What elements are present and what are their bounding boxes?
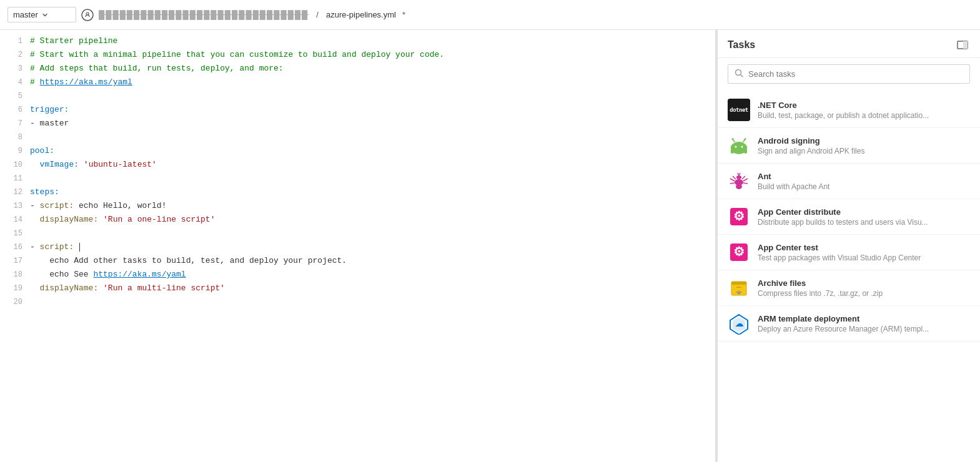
branch-selector[interactable]: master	[7, 7, 76, 22]
task-item[interactable]: Archive files Compress files into .7z, .…	[718, 270, 980, 306]
task-info: ARM template deployment Deploy an Azure …	[758, 314, 970, 333]
code-line: 2# Start with a minimal pipeline that yo…	[0, 49, 715, 62]
code-line: 12steps:	[0, 186, 715, 200]
task-info: Android signing Sign and align Android A…	[758, 136, 970, 155]
code-line: 7- master	[0, 117, 715, 131]
token-keyword: vmImage:	[40, 160, 79, 169]
svg-line-5	[741, 75, 743, 77]
svg-line-21	[743, 179, 748, 181]
chevron-down-icon	[42, 12, 48, 18]
svg-rect-33	[736, 287, 741, 288]
line-number: 3	[0, 62, 30, 75]
top-bar: master ██████████████████████████████ / …	[0, 0, 980, 30]
code-line: 14 displayName: 'Run a one-line script'	[0, 214, 715, 227]
svg-text:⚙: ⚙	[733, 245, 745, 258]
token-plain	[74, 242, 79, 252]
line-number: 18	[0, 268, 30, 281]
task-item[interactable]: ☁ ARM template deployment Deploy an Azur…	[718, 306, 980, 342]
task-description: Distribute app builds to testers and use…	[758, 218, 970, 227]
task-icon-arm-template: ☁	[728, 312, 750, 335]
task-name: Archive files	[758, 278, 970, 288]
line-content: # Starter pipeline	[30, 35, 715, 48]
search-box	[728, 64, 970, 84]
svg-rect-3	[963, 41, 968, 49]
svg-point-12	[732, 138, 734, 140]
task-item[interactable]: Ant Build with Apache Ant	[718, 164, 980, 199]
line-content: trigger:	[30, 104, 715, 117]
line-content: # Start with a minimal pipeline that you…	[30, 49, 715, 62]
code-line: 17 echo Add other tasks to build, test, …	[0, 255, 715, 268]
task-icon-appcenter-test: ⚙	[728, 241, 750, 263]
task-name: Ant	[758, 172, 970, 181]
token-string: 'ubuntu-latest'	[84, 160, 157, 169]
task-name: App Center distribute	[758, 207, 970, 217]
task-info: App Center test Test app packages with V…	[758, 243, 970, 262]
tasks-collapse-button[interactable]	[955, 37, 970, 52]
line-number: 7	[0, 117, 30, 130]
token-script: displayName:	[40, 283, 99, 293]
repo-breadcrumb: ██████████████████████████████	[99, 10, 309, 19]
modified-indicator: *	[402, 10, 405, 19]
tasks-list: dotnet .NET Core Build, test, package, o…	[718, 90, 980, 462]
token-keyword: pool:	[30, 146, 54, 155]
search-icon	[735, 69, 743, 79]
line-number: 12	[0, 186, 30, 199]
svg-line-23	[733, 176, 736, 179]
svg-text:☁: ☁	[735, 319, 743, 328]
task-info: Ant Build with Apache Ant	[758, 172, 970, 191]
code-line: 11	[0, 172, 715, 186]
token-script: displayName:	[40, 215, 99, 224]
code-line: 16- script:	[0, 241, 715, 255]
task-item[interactable]: ⚙ App Center distribute Distribute app b…	[718, 199, 980, 235]
task-item[interactable]: ⚙ App Center test Test app packages with…	[718, 235, 980, 270]
line-number: 8	[0, 131, 30, 144]
line-content: echo Add other tasks to build, test, and…	[30, 255, 715, 268]
task-description: Build with Apache Ant	[758, 182, 970, 191]
token-plain	[30, 283, 40, 293]
text-cursor	[79, 243, 80, 252]
svg-rect-14	[731, 150, 733, 154]
svg-text:⚙: ⚙	[733, 209, 745, 223]
main-content: 1# Starter pipeline2# Start with a minim…	[0, 30, 980, 462]
token-plain	[79, 160, 84, 169]
search-input[interactable]	[748, 69, 963, 79]
token-plain: -	[30, 242, 40, 252]
task-item[interactable]: dotnet .NET Core Build, test, package, o…	[718, 92, 980, 128]
task-name: .NET Core	[758, 101, 970, 110]
task-name: ARM template deployment	[758, 314, 970, 323]
task-name: Android signing	[758, 136, 970, 145]
line-number: 6	[0, 104, 30, 116]
line-number: 9	[0, 145, 30, 157]
token-url: https://aka.ms/yaml	[93, 270, 186, 279]
code-line: 9pool:	[0, 145, 715, 159]
code-line: 13- script: echo Hello, world!	[0, 200, 715, 214]
line-content: pool:	[30, 145, 715, 158]
line-content: # https://aka.ms/yaml	[30, 76, 715, 89]
token-keyword: trigger:	[30, 105, 69, 114]
task-icon-android-signing	[728, 134, 750, 157]
token-script: script:	[40, 242, 74, 252]
token-plain: echo Add other tasks to build, test, and…	[30, 256, 347, 265]
svg-point-9	[741, 146, 743, 148]
task-description: Compress files into .7z, .tar.gz, or .zi…	[758, 289, 970, 298]
task-icon-archive-files	[728, 277, 750, 299]
task-item[interactable]: Android signing Sign and align Android A…	[718, 128, 980, 164]
task-description: Build, test, package, or publish a dotne…	[758, 111, 970, 120]
task-info: App Center distribute Distribute app bui…	[758, 207, 970, 227]
line-number: 11	[0, 172, 30, 185]
editor-area[interactable]: 1# Starter pipeline2# Start with a minim…	[0, 30, 716, 462]
line-number: 14	[0, 214, 30, 226]
task-name: App Center test	[758, 243, 970, 252]
line-number: 2	[0, 49, 30, 61]
line-number: 20	[0, 296, 30, 308]
filename-label: azure-pipelines.yml	[326, 10, 396, 19]
token-plain	[98, 215, 103, 224]
token-plain	[30, 160, 40, 169]
task-icon-dotnet-core: dotnet	[728, 99, 750, 121]
line-content: echo See https://aka.ms/yaml	[30, 268, 715, 282]
token-keyword: steps:	[30, 187, 59, 197]
line-content: vmImage: 'ubuntu-latest'	[30, 159, 715, 172]
line-content: steps:	[30, 186, 715, 199]
svg-line-22	[743, 183, 748, 184]
code-editor[interactable]: 1# Starter pipeline2# Start with a minim…	[0, 30, 715, 462]
